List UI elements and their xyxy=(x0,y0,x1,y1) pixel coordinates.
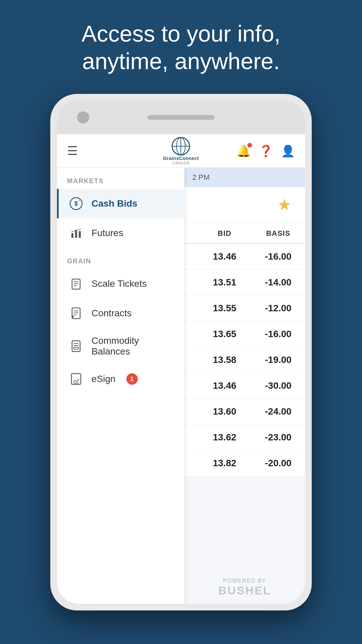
sidebar: MARKETS $ Cash Bids xyxy=(57,168,184,604)
logo-text: GrainsConnect xyxy=(163,156,199,161)
bid-cell: 13.62 xyxy=(198,432,251,443)
hamburger-menu-button[interactable]: ☰ xyxy=(67,145,78,157)
commodity-balances-label: Commodity Balances xyxy=(92,335,174,357)
scale-tickets-label: Scale Tickets xyxy=(92,278,147,289)
price-table: 13.46 -16.00 13.51 -14.00 13.55 -12.00 1… xyxy=(184,244,305,476)
cash-bids-label: Cash Bids xyxy=(92,198,137,209)
sidebar-item-contracts[interactable]: Contracts xyxy=(57,299,184,328)
right-content: 2 PM ★ BID BASIS 13.46 -16.00 13.51 xyxy=(184,168,305,604)
bid-cell: 13.55 xyxy=(198,303,251,314)
basis-cell: -24.00 xyxy=(251,406,305,417)
app-header: ☰ GrainsConnect CANADA xyxy=(57,134,305,168)
cash-bids-icon: $ xyxy=(69,196,83,211)
basis-cell: -16.00 xyxy=(251,329,305,339)
powered-by-label: POWERED BY xyxy=(184,578,305,584)
table-row: 13.46 -30.00 xyxy=(184,373,305,399)
notification-badge xyxy=(247,143,252,148)
hero-text: Access to your info, anytime, anywhere. xyxy=(0,20,362,75)
sidebar-section-grain: GRAIN xyxy=(57,248,184,269)
sidebar-item-scale-tickets[interactable]: Scale Tickets xyxy=(57,269,184,299)
basis-cell: -12.00 xyxy=(251,303,305,314)
basis-cell: -30.00 xyxy=(251,380,305,391)
bid-cell: 13.60 xyxy=(198,406,251,417)
app-body: MARKETS $ Cash Bids xyxy=(57,168,305,604)
table-row: 13.60 -24.00 xyxy=(184,399,305,425)
hero-line2: anytime, anywhere. xyxy=(82,48,280,74)
table-row: 13.51 -14.00 xyxy=(184,270,305,296)
phone-top-bar xyxy=(57,101,305,134)
header-right: 🔔 ❓ 👤 xyxy=(237,144,295,158)
basis-cell: -23.00 xyxy=(251,432,305,443)
time-bar: 2 PM xyxy=(184,168,305,187)
svg-text:$: $ xyxy=(74,200,78,207)
contracts-icon xyxy=(69,306,83,321)
notification-bell-button[interactable]: 🔔 xyxy=(237,144,251,158)
table-row: 13.62 -23.00 xyxy=(184,425,305,450)
help-button[interactable]: ❓ xyxy=(259,144,273,158)
basis-column-header: BASIS xyxy=(251,229,305,238)
star-row: ★ xyxy=(184,187,305,222)
scale-tickets-icon xyxy=(69,276,83,291)
header-left: ☰ xyxy=(67,145,78,157)
camera xyxy=(77,111,89,123)
logo-area: GrainsConnect CANADA xyxy=(163,137,199,165)
svg-rect-8 xyxy=(79,231,81,238)
phone-shell: ☰ GrainsConnect CANADA xyxy=(50,94,312,610)
contracts-label: Contracts xyxy=(92,308,132,319)
esign-badge: 1 xyxy=(126,373,138,385)
sidebar-item-commodity-balances[interactable]: Commodity Balances xyxy=(57,328,184,364)
svg-rect-21 xyxy=(74,347,78,349)
profile-button[interactable]: 👤 xyxy=(281,144,295,158)
favorite-star-icon[interactable]: ★ xyxy=(277,195,292,214)
basis-cell: -20.00 xyxy=(251,458,305,469)
speaker xyxy=(147,115,215,120)
sidebar-section-markets: MARKETS xyxy=(57,168,184,189)
esign-label: eSign xyxy=(92,374,116,384)
logo-globe-icon xyxy=(172,137,190,156)
bid-cell: 13.51 xyxy=(198,277,251,288)
powered-by-footer: POWERED BY BUSHEL xyxy=(184,578,305,597)
table-row: 13.55 -12.00 xyxy=(184,296,305,321)
bid-cell: 13.65 xyxy=(198,329,251,339)
hero-line1: Access to your info, xyxy=(81,21,280,46)
time-label: 2 PM xyxy=(192,173,209,181)
basis-cell: -19.00 xyxy=(251,355,305,365)
table-row: 13.58 -19.00 xyxy=(184,347,305,373)
table-header: BID BASIS xyxy=(184,222,305,244)
sidebar-item-futures[interactable]: Futures xyxy=(57,218,184,248)
svg-rect-18 xyxy=(72,341,80,352)
table-row: 13.65 -16.00 xyxy=(184,321,305,347)
futures-icon xyxy=(69,226,83,240)
logo-sub: CANADA xyxy=(172,161,190,165)
sidebar-item-esign[interactable]: eSign 1 xyxy=(57,364,184,394)
svg-rect-6 xyxy=(71,233,73,238)
bid-cell: 13.58 xyxy=(198,355,251,365)
bid-column-header: BID xyxy=(198,229,251,238)
sidebar-item-cash-bids[interactable]: $ Cash Bids xyxy=(57,189,184,218)
app-screen: ☰ GrainsConnect CANADA xyxy=(57,134,305,604)
basis-cell: -14.00 xyxy=(251,277,305,288)
bushel-logo: BUSHEL xyxy=(184,584,305,597)
table-row: 13.82 -20.00 xyxy=(184,450,305,476)
commodity-balances-icon xyxy=(69,339,83,354)
esign-icon xyxy=(69,372,83,386)
phone-inner: ☰ GrainsConnect CANADA xyxy=(57,101,305,604)
bid-cell: 13.82 xyxy=(198,458,251,469)
bid-cell: 13.46 xyxy=(198,380,251,391)
futures-label: Futures xyxy=(92,228,123,238)
bid-cell: 13.46 xyxy=(198,251,251,262)
basis-cell: -16.00 xyxy=(251,251,305,262)
table-row: 13.46 -16.00 xyxy=(184,244,305,270)
